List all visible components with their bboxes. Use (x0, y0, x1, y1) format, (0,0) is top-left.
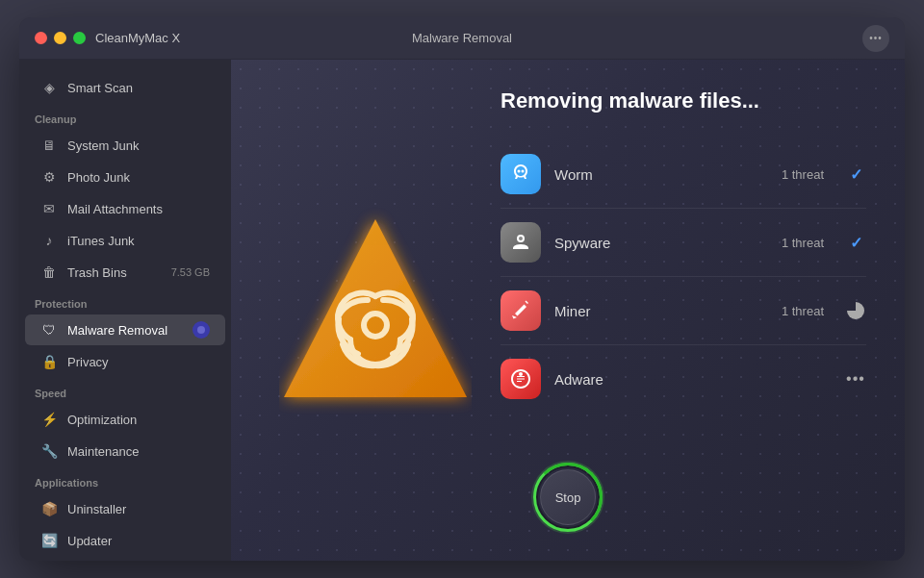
sidebar-item-system-junk[interactable]: 🖥 System Junk (25, 130, 225, 161)
updater-icon: 🔄 (40, 532, 58, 549)
svg-point-5 (519, 237, 523, 240)
spyware-icon (500, 222, 541, 263)
stop-button-ring: Stop (533, 463, 603, 532)
uninstaller-label: Uninstaller (67, 502, 210, 516)
trash-badge: 7.53 GB (171, 266, 210, 278)
threat-item-spyware: Spyware 1 threat ✓ (500, 209, 866, 277)
sidebar-item-updater[interactable]: 🔄 Updater (25, 525, 225, 556)
window-title: Malware Removal (412, 31, 512, 45)
app-name-label: CleanMyMac X (95, 31, 180, 45)
mail-icon: ✉ (40, 200, 58, 217)
content-area: Removing malware files... Worm 1 thr (231, 60, 905, 561)
spyware-count: 1 threat (782, 236, 824, 250)
svg-point-3 (522, 170, 525, 173)
sidebar-item-photo-junk[interactable]: ⚙ Photo Junk (25, 162, 225, 192)
sidebar-section-cleanup: Cleanup (19, 104, 231, 129)
threat-item-worm: Worm 1 threat ✓ (500, 140, 866, 209)
sidebar: ◈ Smart Scan Cleanup 🖥 System Junk ⚙ Pho… (19, 60, 231, 561)
optimization-icon: ⚡ (40, 411, 58, 428)
sidebar-section-files: Files (19, 557, 231, 561)
spyware-name: Spyware (554, 235, 768, 251)
sidebar-item-mail-attachments[interactable]: ✉ Mail Attachments (25, 193, 225, 224)
stop-button-container: Stop (533, 463, 603, 532)
stop-button[interactable]: Stop (540, 469, 596, 525)
system-junk-icon: 🖥 (40, 137, 58, 154)
sidebar-item-itunes-junk[interactable]: ♪ iTunes Junk (25, 225, 225, 256)
close-button[interactable] (35, 32, 47, 44)
titlebar: CleanMyMac X Malware Removal (19, 17, 905, 60)
malware-removal-label: Malware Removal (67, 323, 183, 338)
trash-icon: 🗑 (40, 264, 58, 281)
system-junk-label: System Junk (67, 138, 210, 153)
active-indicator (192, 321, 210, 339)
worm-name: Worm (554, 166, 768, 183)
smart-scan-label: Smart Scan (67, 81, 210, 95)
mail-attachments-label: Mail Attachments (67, 202, 210, 216)
spinner (847, 302, 864, 319)
app-window: CleanMyMac X Malware Removal ◈ Smart Sca… (19, 17, 905, 561)
miner-status-icon (845, 300, 866, 321)
miner-count: 1 threat (782, 304, 824, 318)
privacy-label: Privacy (67, 355, 210, 369)
trash-bins-label: Trash Bins (67, 265, 162, 280)
adware-icon (500, 359, 541, 399)
updater-label: Updater (67, 534, 210, 548)
threat-list: Worm 1 threat ✓ Spyware (500, 140, 866, 413)
sidebar-item-trash-bins[interactable]: 🗑 Trash Bins 7.53 GB (25, 257, 225, 288)
photo-junk-icon: ⚙ (40, 168, 58, 186)
optimization-label: Optimization (67, 413, 210, 427)
sidebar-item-uninstaller[interactable]: 📦 Uninstaller (25, 493, 225, 524)
sidebar-item-malware-removal[interactable]: 🛡 Malware Removal (25, 314, 225, 345)
sidebar-item-optimization[interactable]: ⚡ Optimization (25, 404, 225, 435)
photo-junk-label: Photo Junk (67, 170, 210, 185)
maximize-button[interactable] (73, 32, 86, 44)
sidebar-section-applications: Applications (19, 467, 231, 492)
adware-name: Adware (554, 371, 810, 388)
panel-title: Removing malware files... (500, 88, 866, 113)
right-panel: Removing malware files... Worm 1 thr (500, 88, 866, 413)
adware-status-icon: ••• (845, 368, 866, 390)
svg-marker-0 (284, 219, 467, 397)
sidebar-item-privacy[interactable]: 🔒 Privacy (25, 346, 225, 377)
worm-icon (500, 154, 541, 194)
svg-point-2 (518, 170, 521, 173)
traffic-lights (35, 32, 86, 44)
miner-name: Miner (554, 303, 768, 319)
itunes-icon: ♪ (40, 232, 58, 249)
more-options-button[interactable] (862, 25, 889, 52)
worm-count: 1 threat (782, 167, 824, 182)
biohazard-illustration (279, 205, 472, 416)
main-content: ◈ Smart Scan Cleanup 🖥 System Junk ⚙ Pho… (19, 60, 905, 561)
sidebar-item-smart-scan[interactable]: ◈ Smart Scan (25, 72, 225, 103)
titlebar-right (862, 25, 889, 52)
threat-item-adware: Adware ••• (500, 345, 866, 413)
minimize-button[interactable] (54, 32, 66, 44)
maintenance-label: Maintenance (67, 444, 210, 459)
uninstaller-icon: 📦 (40, 500, 58, 517)
threat-item-miner: Miner 1 threat (500, 277, 866, 345)
spyware-status-icon: ✓ (845, 232, 866, 253)
svg-point-6 (519, 372, 523, 376)
smart-scan-icon: ◈ (40, 79, 58, 96)
malware-removal-icon: 🛡 (40, 321, 58, 339)
maintenance-icon: 🔧 (40, 442, 58, 460)
itunes-junk-label: iTunes Junk (67, 234, 210, 248)
sidebar-section-protection: Protection (19, 289, 231, 314)
sidebar-section-speed: Speed (19, 378, 231, 403)
sidebar-item-maintenance[interactable]: 🔧 Maintenance (25, 436, 225, 466)
miner-icon (500, 290, 541, 331)
privacy-icon: 🔒 (40, 353, 58, 370)
worm-status-icon: ✓ (845, 163, 866, 185)
